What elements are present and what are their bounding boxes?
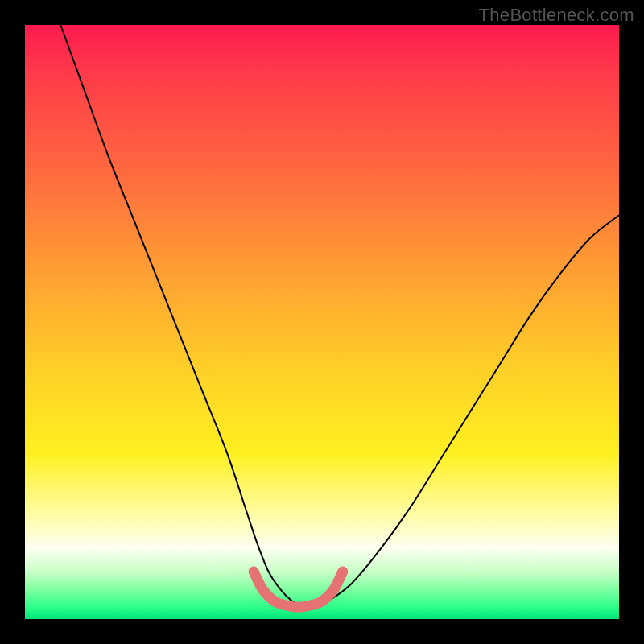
series-group bbox=[60, 25, 619, 608]
plot-area bbox=[25, 25, 619, 619]
watermark-text: TheBottleneck.com bbox=[479, 5, 634, 26]
chart-container: TheBottleneck.com bbox=[0, 0, 644, 644]
optimal-zone-highlight bbox=[254, 572, 343, 607]
chart-svg bbox=[25, 25, 619, 619]
bottleneck-curve bbox=[60, 25, 619, 608]
